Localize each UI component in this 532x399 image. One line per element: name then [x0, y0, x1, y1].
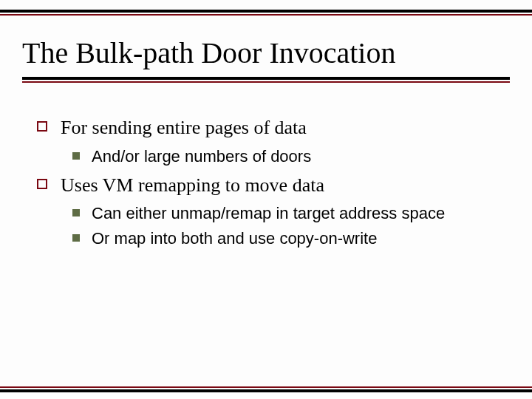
bullet-text: And/or large numbers of doors — [92, 145, 311, 168]
slide-body: For sending entire pages of data And/or … — [37, 111, 502, 252]
bullet-text: For sending entire pages of data — [61, 114, 307, 142]
top-rule-red — [0, 14, 532, 16]
bullet-text: Uses VM remapping to move data — [61, 171, 324, 200]
title-block: The Bulk-path Door Invocation — [22, 37, 510, 83]
bullet-level1: For sending entire pages of data — [37, 114, 502, 142]
slide: The Bulk-path Door Invocation For sendin… — [0, 0, 532, 399]
square-solid-icon — [72, 152, 80, 160]
square-solid-icon — [72, 209, 80, 216]
bullet-text: Can either unmap/remap in target address… — [92, 202, 445, 225]
title-underline-black — [22, 77, 510, 80]
bottom-rule-red — [0, 386, 532, 388]
bullet-level2: And/or large numbers of doors — [72, 145, 502, 168]
square-solid-icon — [72, 234, 80, 242]
top-rule-black — [0, 10, 532, 13]
square-outline-icon — [37, 121, 47, 132]
bullet-level2: Or map into both and use copy-on-write — [72, 227, 502, 250]
bullet-level1: Uses VM remapping to move data — [37, 171, 502, 200]
square-outline-icon — [37, 179, 47, 189]
bullet-level2: Can either unmap/remap in target address… — [72, 202, 502, 225]
bullet-text: Or map into both and use copy-on-write — [92, 227, 377, 250]
title-underline-red — [22, 81, 510, 83]
bottom-rule-black — [0, 389, 532, 392]
slide-title: The Bulk-path Door Invocation — [22, 37, 510, 69]
